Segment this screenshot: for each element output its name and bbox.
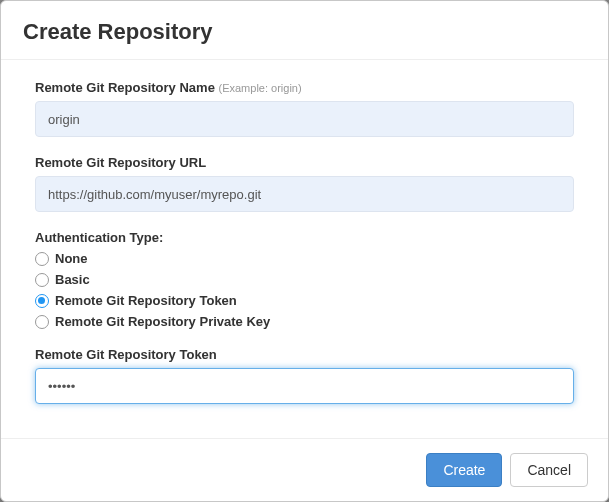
repo-name-label-text: Remote Git Repository Name [35, 80, 215, 95]
auth-type-radio-list: None Basic Remote Git Repository Token R… [35, 251, 574, 329]
repo-url-input[interactable] [35, 176, 574, 212]
radio-icon [35, 315, 49, 329]
create-repository-dialog: Create Repository Remote Git Repository … [0, 0, 609, 502]
token-label: Remote Git Repository Token [35, 347, 574, 362]
auth-radio-basic-label: Basic [55, 272, 90, 287]
repo-name-input[interactable] [35, 101, 574, 137]
dialog-title: Create Repository [23, 19, 586, 45]
repo-name-group: Remote Git Repository Name (Example: ori… [35, 80, 574, 137]
auth-radio-none-label: None [55, 251, 88, 266]
auth-type-group: Authentication Type: None Basic Remote G… [35, 230, 574, 329]
auth-radio-none[interactable]: None [35, 251, 574, 266]
auth-radio-private-key-label: Remote Git Repository Private Key [55, 314, 270, 329]
auth-radio-token[interactable]: Remote Git Repository Token [35, 293, 574, 308]
auth-type-label: Authentication Type: [35, 230, 574, 245]
dialog-header: Create Repository [1, 1, 608, 60]
auth-radio-basic[interactable]: Basic [35, 272, 574, 287]
auth-radio-token-label: Remote Git Repository Token [55, 293, 237, 308]
radio-icon [35, 294, 49, 308]
create-button[interactable]: Create [426, 453, 502, 487]
dialog-body: Remote Git Repository Name (Example: ori… [1, 60, 608, 404]
token-input[interactable] [35, 368, 574, 404]
radio-icon [35, 252, 49, 266]
cancel-button[interactable]: Cancel [510, 453, 588, 487]
radio-icon [35, 273, 49, 287]
repo-name-label: Remote Git Repository Name (Example: ori… [35, 80, 574, 95]
repo-url-group: Remote Git Repository URL [35, 155, 574, 212]
auth-radio-private-key[interactable]: Remote Git Repository Private Key [35, 314, 574, 329]
token-group: Remote Git Repository Token [35, 347, 574, 404]
repo-url-label: Remote Git Repository URL [35, 155, 574, 170]
repo-name-hint: (Example: origin) [219, 82, 302, 94]
dialog-footer: Create Cancel [1, 438, 608, 501]
